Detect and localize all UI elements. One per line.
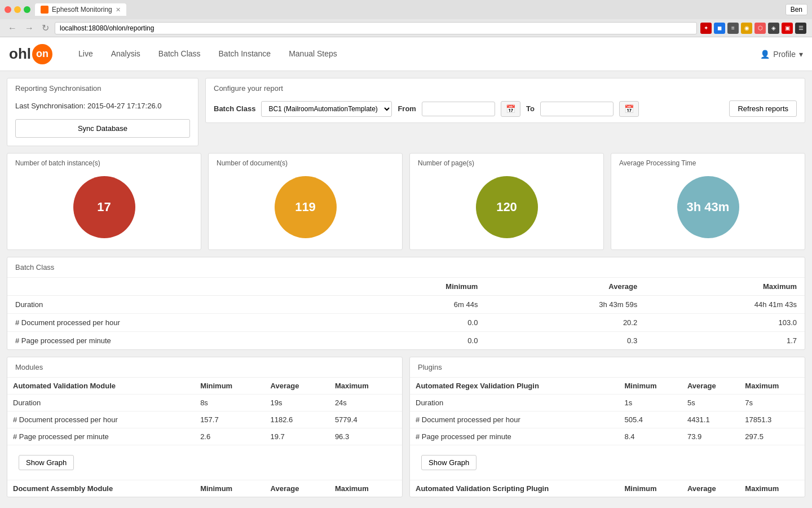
table-row: Duration 8s 19s 24s [7, 395, 402, 411]
from-label: From [398, 104, 416, 113]
profile-chevron-icon: ▾ [799, 50, 803, 59]
ext-icon-5: ⬡ [754, 23, 766, 34]
automated-regex-plugin-max-header: Maximum [739, 378, 805, 395]
from-calendar-icon[interactable]: 📅 [501, 101, 520, 117]
stat-documents-value: 119 [295, 200, 316, 214]
configure-card: Configure your report Batch Class BC1 (M… [205, 78, 805, 123]
automated-validation-scripting-plugin-max-header: Maximum [739, 480, 805, 497]
table-row: # Document processed per hour 505.4 4431… [410, 411, 805, 428]
back-button[interactable]: ← [6, 22, 19, 34]
browser-tab[interactable]: Ephesoft Monitoring ✕ [35, 3, 126, 16]
arvp-duration-label: Duration [410, 395, 619, 411]
to-date-input[interactable] [540, 102, 614, 116]
configure-section: Configure your report Batch Class BC1 (M… [205, 78, 805, 146]
logo-text-ohl: ohl [9, 45, 31, 63]
automated-validation-module-label: Automated Validation Module [7, 378, 195, 395]
stat-documents-circle: 119 [275, 176, 337, 238]
arvp-page-per-min-label: # Page processed per minute [410, 428, 619, 445]
stat-avg-processing: Average Processing Time 3h 43m [611, 153, 805, 250]
configure-title: Configure your report [214, 84, 797, 93]
arvp-duration-max: 7s [739, 395, 805, 411]
avm-page-per-min-min: 2.6 [195, 428, 264, 445]
nav-item-batch-class[interactable]: Batch Class [149, 37, 210, 71]
table-row: # Page processed per minute 2.6 19.7 96.… [7, 428, 402, 445]
ext-icon-4: ◉ [741, 23, 752, 34]
profile-area[interactable]: 👤 Profile ▾ [760, 50, 803, 59]
batch-page-per-min-min: 0.0 [326, 332, 486, 350]
avm-doc-per-hour-max: 5779.4 [329, 411, 402, 428]
plugins-card: Plugins Automated Regex Validation Plugi… [409, 357, 805, 497]
tab-title: Ephesoft Monitoring [52, 6, 112, 14]
ext-icon-8: ☰ [795, 23, 806, 34]
avm-page-per-min-max: 96.3 [329, 428, 402, 445]
nav-item-batch-instance[interactable]: Batch Instance [210, 37, 280, 71]
app-logo: ohl on [9, 44, 52, 64]
ben-button[interactable]: Ben [785, 4, 807, 15]
arvp-doc-per-hour-max: 17851.3 [739, 411, 805, 428]
forward-button[interactable]: → [23, 22, 36, 34]
avm-duration-max: 24s [329, 395, 402, 411]
batch-class-table: Minimum Average Maximum Duration 6m 44s … [7, 278, 805, 349]
modules-show-graph-button[interactable]: Show Graph [19, 455, 74, 470]
arvp-duration-min: 1s [619, 395, 681, 411]
modules-table: Automated Validation Module Minimum Aver… [7, 378, 402, 497]
batch-class-select[interactable]: BC1 (MailroomAutomationTemplate) [261, 101, 392, 117]
automated-regex-plugin-label: Automated Regex Validation Plugin [410, 378, 619, 395]
table-row: Duration 1s 5s 7s [410, 395, 805, 411]
plugins-table: Automated Regex Validation Plugin Minimu… [410, 378, 805, 497]
arvp-doc-per-hour-min: 505.4 [619, 411, 681, 428]
nav-item-live[interactable]: Live [69, 37, 102, 71]
refresh-reports-button[interactable]: Refresh reports [729, 100, 797, 117]
automated-regex-plugin-min-header: Minimum [619, 378, 681, 395]
maximize-dot[interactable] [24, 6, 30, 13]
stat-batch-instances-title: Number of batch instance(s) [15, 159, 100, 167]
avm-doc-per-hour-avg: 1182.6 [265, 411, 329, 428]
browser-extension-icons: ✦ ◼ ≡ ◉ ⬡ ◈ ▣ ☰ [700, 23, 806, 34]
batch-class-title: Batch Class [7, 257, 805, 278]
nav-item-analysis[interactable]: Analysis [102, 37, 149, 71]
show-graph-row: Show Graph [7, 445, 402, 480]
automated-validation-module-max-header: Maximum [329, 378, 402, 395]
url-bar[interactable] [55, 22, 697, 34]
stat-batch-instances-circle: 17 [73, 176, 135, 238]
refresh-browser-button[interactable]: ↻ [39, 21, 51, 34]
modules-card: Modules Automated Validation Module Mini… [7, 357, 403, 497]
batch-page-per-min-avg: 0.3 [486, 332, 645, 350]
plugins-show-graph-button[interactable]: Show Graph [421, 455, 476, 470]
batch-doc-per-hour-label: # Document processed per hour [7, 314, 326, 332]
stat-batch-instances-value: 17 [97, 200, 111, 214]
automated-validation-scripting-plugin-min-header: Minimum [619, 480, 681, 497]
logo-text-on: on [32, 44, 52, 64]
batch-class-col-label [7, 278, 326, 296]
minimize-dot[interactable] [14, 6, 21, 13]
document-assembly-module-min-header: Minimum [195, 480, 264, 497]
browser-toolbar: Ephesoft Monitoring ✕ Ben [0, 0, 812, 19]
batch-class-label: Batch Class [214, 104, 255, 113]
automated-validation-scripting-plugin-avg-header: Average [682, 480, 739, 497]
document-assembly-module-label: Document Assembly Module [7, 480, 195, 497]
automated-regex-plugin-avg-header: Average [682, 378, 739, 395]
batch-duration-avg: 3h 43m 59s [486, 296, 645, 314]
arvp-duration-avg: 5s [682, 395, 739, 411]
to-calendar-icon[interactable]: 📅 [619, 101, 639, 117]
sync-section: Reporting Synchronisation Last Synchroni… [7, 78, 198, 146]
profile-icon: 👤 [760, 50, 770, 59]
stat-pages-title: Number of page(s) [418, 159, 474, 167]
batch-class-col-min: Minimum [326, 278, 486, 296]
arvp-doc-per-hour-avg: 4431.1 [682, 411, 739, 428]
close-dot[interactable] [5, 6, 11, 13]
table-row: # Page processed per minute 8.4 73.9 297… [410, 428, 805, 445]
stat-pages-value: 120 [496, 200, 517, 214]
batch-class-col-avg: Average [486, 278, 645, 296]
automated-validation-scripting-plugin-label: Automated Validation Scripting Plugin [410, 480, 619, 497]
tab-close-icon[interactable]: ✕ [116, 6, 121, 14]
from-date-input[interactable] [422, 102, 495, 116]
tab-favicon [41, 6, 48, 14]
sync-database-button[interactable]: Sync Database [15, 119, 190, 138]
show-graph-row: Show Graph [410, 445, 805, 480]
arvp-page-per-min-avg: 73.9 [682, 428, 739, 445]
nav-item-manual-steps[interactable]: Manual Steps [280, 37, 346, 71]
profile-label: Profile [773, 50, 796, 59]
avm-duration-avg: 19s [265, 395, 329, 411]
configure-row: Batch Class BC1 (MailroomAutomationTempl… [214, 100, 797, 117]
